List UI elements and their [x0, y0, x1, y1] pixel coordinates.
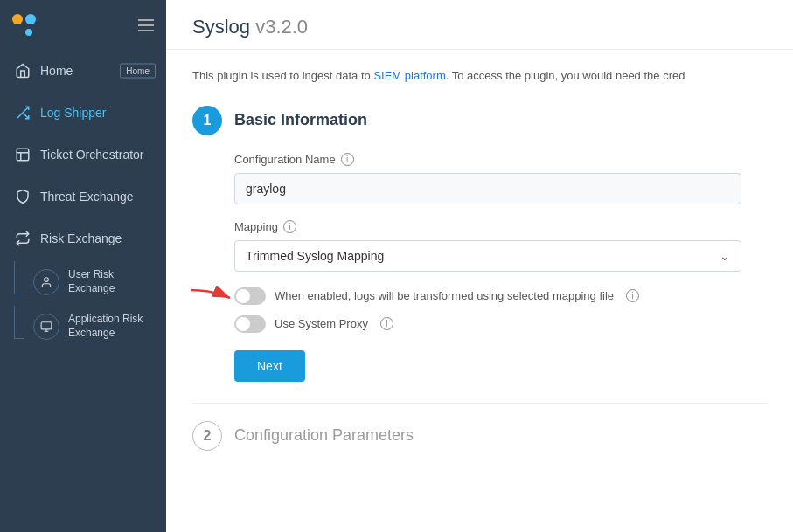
logo-dot-small-blue [25, 29, 32, 36]
step-2-header: 2 Configuration Parameters [192, 421, 767, 451]
siem-highlight: SIEM platform [373, 69, 445, 82]
plugin-description: This plugin is used to ingest data to SI… [192, 67, 767, 85]
sidebar-item-home-label: Home [40, 64, 73, 78]
next-button[interactable]: Next [234, 350, 305, 382]
home-badge: Home [120, 64, 156, 79]
step-1: 1 Basic Information Configuration Name i… [192, 106, 767, 382]
logo [12, 14, 36, 36]
sidebar-item-application-risk-exchange-label: Application Risk Exchange [68, 313, 152, 340]
sidebar-item-user-risk-exchange[interactable]: User Risk Exchange [24, 259, 166, 304]
sidebar-item-home[interactable]: Home Home [0, 50, 166, 92]
proxy-info-icon[interactable]: i [380, 317, 393, 330]
version-label: v3.2.0 [255, 16, 308, 38]
transform-toggle[interactable] [234, 287, 266, 305]
arrow-annotation [186, 286, 234, 314]
mapping-label: Mapping i [234, 220, 767, 233]
risk-exchange-icon [14, 230, 31, 247]
proxy-toggle-label: Use System Proxy [275, 317, 368, 330]
proxy-toggle[interactable] [234, 315, 266, 333]
user-risk-exchange-icon [33, 269, 59, 295]
sidebar-item-application-risk-exchange[interactable]: Application Risk Exchange [24, 304, 166, 349]
sidebar-item-log-shipper-label: Log Shipper [40, 106, 107, 120]
svg-rect-2 [17, 149, 29, 161]
main-content: Syslog v3.2.0 This plugin is used to ing… [166, 0, 793, 532]
config-name-group: Configuration Name i [234, 153, 767, 204]
page-title: Syslog v3.2.0 [192, 16, 767, 38]
mapping-group: Mapping i Trimmed Syslog Mapping ⌄ [234, 220, 767, 272]
step-2-title: Configuration Parameters [234, 426, 414, 445]
sidebar-item-risk-exchange[interactable]: Risk Exchange [0, 218, 166, 259]
mapping-select[interactable]: Trimmed Syslog Mapping ⌄ [234, 240, 741, 272]
svg-rect-4 [41, 322, 52, 329]
logo-dot-blue [25, 14, 36, 24]
mapping-value: Trimmed Syslog Mapping [246, 249, 384, 263]
config-name-input[interactable] [234, 173, 741, 204]
transform-info-icon[interactable]: i [626, 289, 639, 302]
svg-point-3 [45, 277, 49, 281]
logo-dot-orange [12, 14, 23, 24]
sidebar-item-log-shipper[interactable]: Log Shipper [0, 92, 166, 134]
sidebar-header [0, 0, 166, 50]
threat-exchange-icon [14, 188, 31, 205]
application-risk-exchange-icon [33, 314, 59, 340]
step-1-number: 1 [192, 106, 222, 135]
transform-toggle-label: When enabled, logs will be transformed u… [275, 289, 614, 302]
sub-nav-app-risk[interactable]: Application Risk Exchange [0, 304, 166, 349]
sidebar: Home Home Log Shipper Ticket Orchestrato… [0, 0, 166, 532]
log-shipper-icon [14, 104, 31, 121]
proxy-toggle-row: Use System Proxy i [234, 315, 767, 333]
tree-connector-app [14, 306, 24, 339]
config-name-label: Configuration Name i [234, 153, 767, 166]
sidebar-item-ticket-orchestrator[interactable]: Ticket Orchestrator [0, 134, 166, 176]
step-2-number: 2 [192, 421, 222, 451]
sidebar-item-threat-exchange[interactable]: Threat Exchange [0, 176, 166, 218]
sidebar-item-risk-exchange-label: Risk Exchange [40, 231, 122, 245]
ticket-orchestrator-icon [14, 146, 31, 163]
config-name-info-icon[interactable]: i [341, 153, 354, 166]
sidebar-item-threat-exchange-label: Threat Exchange [40, 190, 134, 204]
step-1-header: 1 Basic Information [192, 106, 767, 135]
step-1-form: Configuration Name i Mapping i Trimmed S… [192, 153, 767, 382]
mapping-info-icon[interactable]: i [283, 220, 296, 233]
tree-connector-user [14, 261, 24, 294]
sub-nav-user-risk[interactable]: User Risk Exchange [0, 259, 166, 304]
mapping-chevron-icon: ⌄ [720, 249, 730, 263]
step-1-title: Basic Information [234, 111, 367, 129]
sidebar-item-user-risk-exchange-label: User Risk Exchange [68, 268, 152, 295]
hamburger-menu-icon[interactable] [138, 19, 154, 31]
main-body: This plugin is used to ingest data to SI… [166, 50, 793, 532]
next-button-container: Next [234, 350, 767, 382]
main-header: Syslog v3.2.0 [166, 0, 793, 50]
step-2: 2 Configuration Parameters [192, 403, 767, 451]
home-icon [14, 62, 31, 79]
sidebar-item-ticket-orchestrator-label: Ticket Orchestrator [40, 148, 144, 162]
transform-toggle-row: When enabled, logs will be transformed u… [234, 287, 767, 305]
